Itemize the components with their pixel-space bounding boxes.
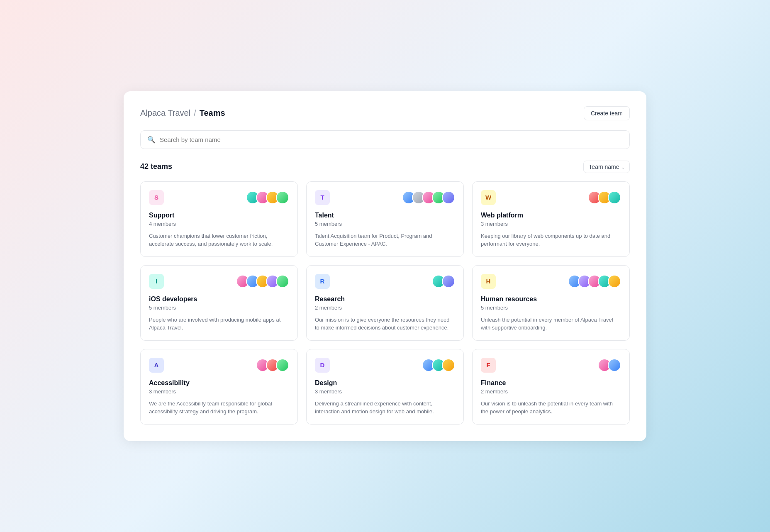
sort-label: Team name — [589, 164, 619, 170]
team-icon: T — [315, 190, 330, 205]
breadcrumb-separator: / — [194, 108, 196, 118]
team-name: Research — [315, 295, 455, 303]
team-members-count: 2 members — [481, 388, 621, 395]
team-description: Our vision is to unleash the potential i… — [481, 400, 621, 416]
avatar — [608, 275, 621, 288]
team-name: Support — [149, 212, 289, 219]
team-card-talent[interactable]: T Talent 5 members Talent Acquisition te… — [306, 181, 464, 257]
avatars-group — [236, 275, 289, 288]
card-header: W — [481, 190, 621, 205]
breadcrumb: Alpaca Travel / Teams — [140, 108, 225, 118]
org-name: Alpaca Travel — [140, 108, 190, 118]
team-card-finance[interactable]: F Finance 2 members Our vision is to unl… — [472, 349, 630, 425]
team-icon: D — [315, 358, 330, 373]
team-description: Keeping our library of web components up… — [481, 232, 621, 248]
avatars-group — [246, 191, 289, 204]
team-card-research[interactable]: R Research 2 members Our mission is to g… — [306, 265, 464, 341]
app-container: Alpaca Travel / Teams Create team 🔍 42 t… — [124, 91, 646, 441]
team-name: Finance — [481, 379, 621, 387]
avatar — [276, 191, 289, 204]
page-title: Teams — [200, 108, 225, 118]
team-members-count: 5 members — [149, 305, 289, 311]
team-card-support[interactable]: S Support 4 members Customer champions t… — [140, 181, 298, 257]
sort-arrow-icon: ↓ — [622, 164, 625, 170]
team-name: Accessibility — [149, 379, 289, 387]
card-header: S — [149, 190, 289, 205]
team-members-count: 3 members — [481, 221, 621, 227]
team-card-web-platform[interactable]: W Web platform 3 members Keeping our lib… — [472, 181, 630, 257]
card-header: I — [149, 274, 289, 289]
team-description: Talent Acquisition team for Product, Pro… — [315, 232, 455, 248]
team-members-count: 4 members — [149, 221, 289, 227]
team-description: Our mission is to give everyone the reso… — [315, 316, 455, 332]
avatar — [276, 275, 289, 288]
search-bar: 🔍 — [140, 130, 630, 149]
team-members-count: 5 members — [315, 221, 455, 227]
avatars-group — [568, 275, 621, 288]
avatars-group — [256, 359, 289, 372]
team-card-human-resources[interactable]: H Human resources 5 members Unleash the … — [472, 265, 630, 341]
card-header: T — [315, 190, 455, 205]
team-card-ios-developers[interactable]: I iOS developers 5 members People who ar… — [140, 265, 298, 341]
avatars-group — [422, 359, 455, 372]
team-icon: R — [315, 274, 330, 289]
card-header: R — [315, 274, 455, 289]
search-icon: 🔍 — [147, 136, 156, 144]
team-description: People who are involved with producing m… — [149, 316, 289, 332]
avatar — [442, 191, 455, 204]
team-icon: S — [149, 190, 164, 205]
avatars-group — [598, 359, 621, 372]
team-members-count: 2 members — [315, 305, 455, 311]
avatar — [608, 191, 621, 204]
avatar — [276, 359, 289, 372]
team-icon: W — [481, 190, 496, 205]
avatars-group — [588, 191, 621, 204]
card-header: F — [481, 358, 621, 373]
team-icon: H — [481, 274, 496, 289]
team-description: Unleash the potential in every member of… — [481, 316, 621, 332]
team-members-count: 3 members — [315, 388, 455, 395]
team-icon: F — [481, 358, 496, 373]
team-name: Talent — [315, 212, 455, 219]
search-input[interactable] — [160, 136, 623, 143]
teams-meta: 42 teams Team name ↓ — [140, 161, 630, 173]
team-icon: I — [149, 274, 164, 289]
avatars-group — [432, 275, 455, 288]
team-name: Design — [315, 379, 455, 387]
avatars-group — [402, 191, 455, 204]
team-card-accessibility[interactable]: A Accessibility 3 members We are the Acc… — [140, 349, 298, 425]
team-members-count: 3 members — [149, 388, 289, 395]
create-team-button[interactable]: Create team — [584, 106, 630, 120]
team-icon: A — [149, 358, 164, 373]
page-header: Alpaca Travel / Teams Create team — [140, 106, 630, 120]
team-description: Delivering a streamlined experience with… — [315, 400, 455, 416]
team-name: Human resources — [481, 295, 621, 303]
teams-count: 42 teams — [140, 162, 172, 171]
teams-grid: S Support 4 members Customer champions t… — [140, 181, 630, 425]
avatar — [608, 359, 621, 372]
card-header: A — [149, 358, 289, 373]
team-name: Web platform — [481, 212, 621, 219]
avatar — [442, 359, 455, 372]
avatar — [442, 275, 455, 288]
team-members-count: 5 members — [481, 305, 621, 311]
card-header: H — [481, 274, 621, 289]
card-header: D — [315, 358, 455, 373]
team-description: Customer champions that lower customer f… — [149, 232, 289, 248]
team-name: iOS developers — [149, 295, 289, 303]
team-description: We are the Accessibility team responsibl… — [149, 400, 289, 416]
sort-control[interactable]: Team name ↓ — [583, 161, 630, 173]
team-card-design[interactable]: D Design 3 members Delivering a streamli… — [306, 349, 464, 425]
